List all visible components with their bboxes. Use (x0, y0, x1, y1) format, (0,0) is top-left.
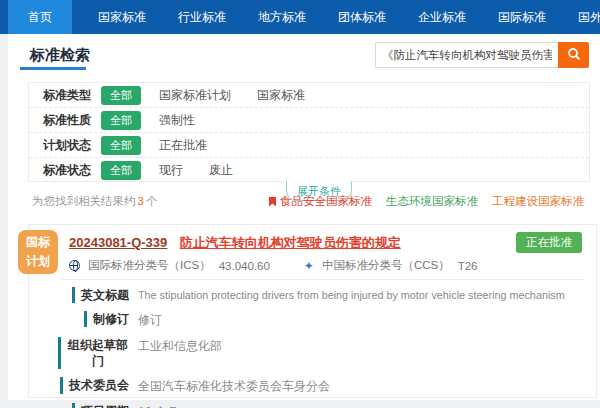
legend-engineering-construction[interactable]: 工程建设国家标准 (492, 194, 584, 209)
filter-label: 标准类型 (43, 87, 101, 104)
standard-type-legend: 食品安全国家标准 生态环境国家标准 工程建设国家标准 (269, 194, 584, 209)
filter-row-standard-type: 标准类型 全部 国家标准计划 国家标准 (29, 83, 589, 108)
detail-label: 英文标题 (81, 287, 129, 303)
detail-value: 全国汽车标准化技术委员会车身分会 (138, 377, 330, 395)
nav-tab-national-standard[interactable]: 国家标准 (92, 0, 152, 34)
accent-bar (72, 287, 75, 303)
classification-row: 国际标准分类号（ICS） 43.040.60 ✦ 中国标准分类号（CCS） T2… (69, 258, 478, 273)
bookmark-icon (269, 197, 276, 207)
filter-option[interactable]: 强制性 (159, 112, 195, 129)
national-standard-plan-badge: 国标计划 (18, 230, 58, 274)
filter-option[interactable]: 正在批准 (159, 137, 207, 154)
active-tab-underline (20, 67, 86, 70)
detail-row-revision: 制修订 修订 (43, 311, 588, 329)
result-count: 为您找到相关结果约3个 (32, 194, 157, 209)
detail-value: The stipulation protecting drivers from … (138, 287, 565, 303)
filter-row-standard-status: 标准状态 全部 现行 废止 (29, 158, 589, 183)
standard-title-row: 20243081-Q-339 防止汽车转向机构对驾驶员伤害的规定 (69, 233, 401, 252)
ics-label: 国际标准分类号（ICS） (88, 258, 211, 273)
accent-bar (58, 337, 61, 369)
detail-row-technical-committee: 技术委员会 全国汽车标准化技术委员会车身分会 (43, 377, 588, 395)
detail-row-drafting-department: 组织起草部门 工业和信息化部 (43, 337, 588, 369)
legend-food-safety[interactable]: 食品安全国家标准 (269, 194, 372, 209)
ics-value: 43.040.60 (219, 260, 270, 272)
filter-panel: 标准类型 全部 国家标准计划 国家标准 标准性质 全部 强制性 计划状态 全部 … (28, 82, 590, 182)
filter-all-badge[interactable]: 全部 (101, 136, 141, 155)
filter-label: 标准状态 (43, 162, 101, 179)
result-count-number: 3 (136, 195, 146, 207)
nav-tab-group-standard[interactable]: 团体标准 (332, 0, 392, 34)
globe-icon (69, 260, 80, 271)
divider (61, 279, 584, 280)
status-badge[interactable]: 正在批准 (516, 232, 582, 253)
filter-label: 标准性质 (43, 112, 101, 129)
accent-bar (84, 311, 87, 327)
standard-title-link[interactable]: 防止汽车转向机构对驾驶员伤害的规定 (180, 235, 401, 250)
results-meta-bar: 为您找到相关结果约3个 食品安全国家标准 生态环境国家标准 工程建设国家标准 (8, 194, 600, 210)
detail-row-project-cycle: 项目周期 16 个月 (43, 403, 588, 408)
filter-all-badge[interactable]: 全部 (101, 86, 141, 105)
detail-value: 16 个月 (138, 403, 179, 408)
compass-icon: ✦ (304, 259, 314, 273)
top-navigation: 首页 国家标准 行业标准 地方标准 团体标准 企业标准 国际标准 国外标准 技术… (0, 0, 600, 34)
detail-row-english-title: 英文标题 The stipulation protecting drivers … (43, 287, 588, 303)
ccs-value: T26 (458, 260, 478, 272)
nav-tab-home[interactable]: 首页 (8, 0, 72, 34)
filter-all-badge[interactable]: 全部 (101, 111, 141, 130)
nav-tab-local-standard[interactable]: 地方标准 (252, 0, 312, 34)
detail-label: 技术委员会 (69, 377, 129, 393)
filter-option[interactable]: 废止 (209, 162, 233, 179)
accent-bar (60, 377, 63, 393)
filter-option[interactable]: 国家标准 (257, 87, 305, 104)
filter-row-standard-nature: 标准性质 全部 强制性 (29, 108, 589, 133)
detail-label: 组织起草部门 (67, 337, 129, 369)
standard-code-link[interactable]: 20243081-Q-339 (69, 235, 167, 250)
filter-all-badge[interactable]: 全部 (101, 161, 141, 180)
filter-label: 计划状态 (43, 137, 101, 154)
tab-standard-retrieval[interactable]: 标准检索 (30, 46, 90, 65)
filter-option[interactable]: 国家标准计划 (159, 87, 231, 104)
nav-tab-foreign-standard[interactable]: 国外标准 (572, 0, 600, 34)
ccs-label: 中国标准分类号（CCS） (322, 258, 450, 273)
detail-value: 修订 (138, 311, 162, 329)
magnifier-icon (567, 47, 581, 64)
nav-tab-industry-standard[interactable]: 行业标准 (172, 0, 232, 34)
legend-eco-environment[interactable]: 生态环境国家标准 (386, 194, 478, 209)
detail-label: 项目周期 (81, 403, 129, 408)
nav-tab-enterprise-standard[interactable]: 企业标准 (412, 0, 472, 34)
content-sheet: 标准检索 标准类型 全部 国家标准计划 国家标准 标准性质 全部 强制性 计划状… (8, 34, 600, 400)
search-bar (375, 42, 589, 68)
nav-tab-international-standard[interactable]: 国际标准 (492, 0, 552, 34)
detail-value: 工业和信息化部 (138, 337, 222, 355)
detail-list: 英文标题 The stipulation protecting drivers … (43, 287, 588, 408)
result-card: 20243081-Q-339 防止汽车转向机构对驾驶员伤害的规定 正在批准 国际… (28, 224, 597, 398)
search-button[interactable] (558, 42, 589, 68)
accent-bar (72, 403, 75, 408)
filter-row-plan-status: 计划状态 全部 正在批准 (29, 133, 589, 158)
filter-option[interactable]: 现行 (159, 162, 183, 179)
detail-label: 制修订 (93, 311, 129, 327)
search-input[interactable] (375, 42, 558, 68)
